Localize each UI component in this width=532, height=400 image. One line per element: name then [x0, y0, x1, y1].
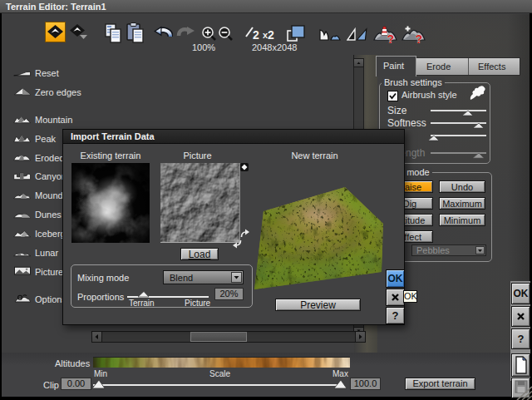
svg-text:2: 2	[268, 28, 274, 42]
svg-text:2: 2	[253, 28, 259, 42]
